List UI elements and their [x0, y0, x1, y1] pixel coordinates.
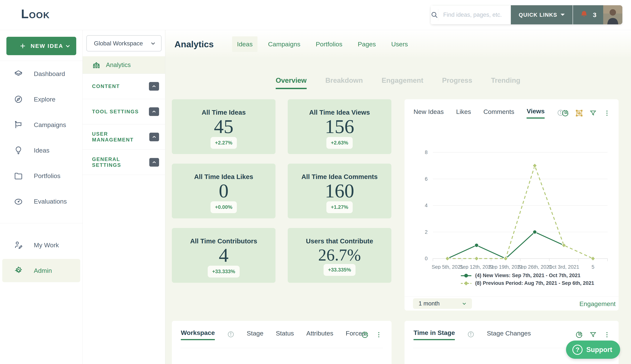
stat-card-all-time-contributors: All Time Contributors 4 +33.333%: [172, 228, 275, 283]
tab-label: Workspace: [181, 329, 215, 336]
sidebar-item-dashboard[interactable]: Dashboard: [0, 61, 83, 86]
subnav-section-content[interactable]: CONTENT: [83, 74, 165, 99]
subnav-section-general-settings[interactable]: GENERAL SETTINGS: [83, 150, 165, 175]
filter-icon: [589, 110, 597, 117]
new-idea-container: NEW IDEA: [0, 30, 83, 61]
stat-card-all-time-idea-comments: All Time Idea Comments 160 +1.27%: [288, 164, 391, 218]
chevron-up-icon: [152, 109, 156, 114]
kebab-icon: [375, 331, 382, 338]
tab-status[interactable]: Status: [276, 330, 294, 340]
app-logo[interactable]: Look: [21, 7, 50, 21]
box-icon: [14, 69, 23, 78]
stat-delta-badge: +2.27%: [210, 137, 237, 149]
tab-attributes[interactable]: Attributes: [306, 330, 333, 340]
legend-label: (8) Previous Period: Aug 7th, 2021 - Sep…: [475, 280, 594, 286]
pie-chart-toggle-button[interactable]: [575, 330, 583, 339]
sidebar-item-portfolios[interactable]: Portfolios: [0, 163, 83, 188]
tab-workspace[interactable]: Workspace: [181, 329, 215, 340]
tab-stage[interactable]: Stage: [247, 330, 263, 340]
search-icon: [431, 9, 438, 21]
chart-metric-tabs: New Ideas Likes Comments Views: [414, 108, 564, 118]
support-button[interactable]: ? Support: [566, 340, 620, 359]
page-title: Analytics: [174, 39, 214, 49]
info-icon[interactable]: [227, 331, 234, 339]
collapse-section-button[interactable]: [149, 133, 159, 141]
subtab-trending[interactable]: Trending: [491, 76, 520, 89]
sidebar-menu: Dashboard Explore Campaigns Ideas Portfo…: [0, 61, 83, 214]
sidebar-item-label: Admin: [34, 267, 52, 274]
section-label: GENERAL SETTINGS: [92, 156, 149, 168]
tab-stage-changes[interactable]: Stage Changes: [487, 330, 531, 340]
subnav-section-user-management[interactable]: USER MANAGEMENT: [83, 124, 165, 150]
section-label: CONTENT: [92, 84, 120, 89]
breakdown-tabs: Workspace Stage Status Attributes Forces: [181, 329, 365, 340]
sidebar-item-ideas[interactable]: Ideas: [0, 138, 83, 163]
tab-comments[interactable]: Comments: [483, 108, 514, 118]
info-icon[interactable]: [467, 331, 474, 339]
engagement-link[interactable]: Engagement: [579, 300, 615, 308]
tab-campaigns[interactable]: Campaigns: [263, 36, 305, 52]
kebab-menu-button[interactable]: [603, 330, 611, 339]
annotate-frame-button[interactable]: [575, 109, 583, 117]
sidebar-divider: [0, 223, 83, 223]
kebab-menu-button[interactable]: [375, 330, 383, 339]
sidebar-item-label: Portfolios: [34, 172, 61, 180]
pie-chart-toggle-button[interactable]: [561, 109, 569, 117]
stat-title: All Time Contributors: [190, 237, 257, 245]
sidebar-item-explore[interactable]: Explore: [0, 86, 83, 112]
kebab-icon: [603, 331, 610, 338]
collapse-section-button[interactable]: [149, 82, 159, 90]
filter-button[interactable]: [589, 109, 597, 117]
compass-icon: [14, 95, 23, 104]
sidebar-item-campaigns[interactable]: Campaigns: [0, 112, 83, 138]
tab-ideas[interactable]: Ideas: [232, 36, 257, 52]
subtab-engagement[interactable]: Engagement: [382, 76, 423, 89]
svg-text:6: 6: [425, 176, 428, 182]
subtab-overview[interactable]: Overview: [276, 76, 307, 89]
legend-item-new-views: (4) New Views: Sep 7th, 2021 - Oct 7th, …: [461, 272, 594, 278]
stat-title: All Time Ideas: [202, 109, 246, 116]
tab-pages[interactable]: Pages: [353, 36, 381, 52]
stat-delta-badge: +1.27%: [327, 201, 353, 213]
stage-tabs: Time in Stage Stage Changes: [414, 329, 531, 340]
sidebar-item-my-work[interactable]: My Work: [0, 232, 83, 258]
workspace-selector[interactable]: Global Workspace: [86, 35, 162, 52]
chevron-up-icon: [152, 84, 156, 89]
global-search: [430, 5, 511, 24]
tab-portfolios[interactable]: Portfolios: [311, 36, 347, 52]
svg-text:2: 2: [425, 229, 428, 235]
tab-users[interactable]: Users: [386, 36, 413, 52]
period-selector[interactable]: 1 month: [413, 298, 472, 309]
plus-icon: [19, 42, 26, 49]
quick-links-button[interactable]: QUICK LINKS: [511, 5, 573, 24]
filter-button[interactable]: [589, 330, 597, 339]
pie-chart-toggle-button[interactable]: [361, 330, 369, 339]
subtab-progress[interactable]: Progress: [442, 76, 472, 89]
sidebar-item-admin[interactable]: Admin: [2, 259, 80, 282]
sidebar-item-evaluations[interactable]: Evaluations: [0, 188, 83, 214]
question-icon: ?: [572, 345, 582, 355]
sidebar-item-label: My Work: [34, 242, 59, 249]
subnav-item-analytics[interactable]: Analytics: [83, 56, 165, 74]
user-avatar[interactable]: [603, 5, 622, 24]
subnav-section-tool-settings[interactable]: TOOL SETTINGS: [83, 99, 165, 124]
period-value: 1 month: [419, 300, 440, 307]
chevron-down-icon: [561, 14, 565, 18]
sidebar-item-label: Campaigns: [34, 121, 66, 128]
svg-text:4: 4: [425, 203, 428, 208]
subtab-breakdown[interactable]: Breakdown: [326, 76, 363, 89]
bell-icon: [580, 10, 588, 20]
stat-title: All Time Idea Likes: [194, 173, 253, 180]
tab-views[interactable]: Views: [527, 108, 545, 118]
tab-new-ideas[interactable]: New Ideas: [414, 108, 444, 118]
search-input[interactable]: [438, 12, 523, 18]
new-idea-button[interactable]: NEW IDEA: [7, 37, 76, 55]
kebab-menu-button[interactable]: [603, 109, 611, 117]
tab-time-in-stage[interactable]: Time in Stage: [414, 329, 455, 340]
svg-text:Sep 26th, 2021: Sep 26th, 2021: [518, 264, 552, 269]
analytics-chart-icon: [92, 60, 101, 69]
tab-likes[interactable]: Likes: [456, 108, 471, 118]
notifications-button[interactable]: 3: [573, 5, 603, 24]
collapse-section-button[interactable]: [149, 107, 159, 116]
collapse-section-button[interactable]: [149, 158, 159, 166]
